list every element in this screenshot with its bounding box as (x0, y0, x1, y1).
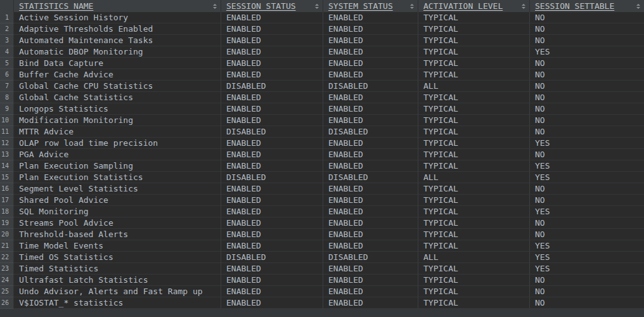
row-number[interactable]: 22 (0, 252, 14, 263)
cell-activation_level[interactable]: TYPICAL (418, 46, 530, 58)
row-number[interactable]: 12 (0, 138, 14, 149)
cell-session_settable[interactable]: NO (530, 183, 644, 195)
cell-activation_level[interactable]: TYPICAL (418, 58, 530, 69)
cell-system_status[interactable]: ENABLED (323, 195, 418, 206)
row-number[interactable]: 14 (0, 160, 14, 172)
row-number[interactable]: 7 (0, 81, 14, 92)
cell-statistics_name[interactable]: MTTR Advice (14, 126, 221, 138)
row-number[interactable]: 5 (0, 58, 14, 69)
cell-statistics_name[interactable]: Segment Level Statistics (14, 183, 221, 195)
cell-system_status[interactable]: DISABLED (323, 252, 418, 263)
cell-session_settable[interactable]: NO (530, 12, 644, 23)
cell-statistics_name[interactable]: Modification Monitoring (14, 115, 221, 126)
row-number[interactable]: 10 (0, 115, 14, 126)
cell-activation_level[interactable]: TYPICAL (418, 240, 530, 252)
cell-system_status[interactable]: ENABLED (323, 206, 418, 217)
cell-activation_level[interactable]: TYPICAL (418, 286, 530, 297)
cell-system_status[interactable]: ENABLED (323, 149, 418, 160)
cell-session_status[interactable]: DISABLED (221, 126, 323, 138)
cell-session_status[interactable]: ENABLED (221, 12, 323, 23)
row-number[interactable]: 3 (0, 35, 14, 46)
cell-system_status[interactable]: ENABLED (323, 103, 418, 115)
cell-system_status[interactable]: ENABLED (323, 35, 418, 46)
row-number[interactable]: 19 (0, 217, 14, 229)
cell-activation_level[interactable]: ALL (418, 81, 530, 92)
cell-system_status[interactable]: ENABLED (323, 297, 418, 309)
cell-session_status[interactable]: ENABLED (221, 160, 323, 172)
cell-session_settable[interactable]: NO (530, 58, 644, 69)
row-number[interactable]: 16 (0, 183, 14, 195)
cell-system_status[interactable]: ENABLED (323, 92, 418, 103)
cell-session_settable[interactable]: NO (530, 81, 644, 92)
cell-statistics_name[interactable]: Plan Execution Statistics (14, 172, 221, 183)
row-number[interactable]: 26 (0, 297, 14, 309)
row-number[interactable]: 25 (0, 286, 14, 297)
cell-session_status[interactable]: ENABLED (221, 92, 323, 103)
cell-session_status[interactable]: ENABLED (221, 115, 323, 126)
cell-session_status[interactable]: ENABLED (221, 217, 323, 229)
cell-activation_level[interactable]: TYPICAL (418, 160, 530, 172)
row-number[interactable]: 23 (0, 263, 14, 275)
row-number[interactable]: 13 (0, 149, 14, 160)
cell-session_status[interactable]: ENABLED (221, 69, 323, 81)
cell-session_settable[interactable]: NO (530, 297, 644, 309)
cell-session_settable[interactable]: NO (530, 217, 644, 229)
cell-session_settable[interactable]: NO (530, 149, 644, 160)
cell-session_status[interactable]: ENABLED (221, 46, 323, 58)
row-number[interactable]: 20 (0, 229, 14, 240)
cell-activation_level[interactable]: TYPICAL (418, 92, 530, 103)
row-number[interactable]: 18 (0, 206, 14, 217)
cell-system_status[interactable]: ENABLED (323, 46, 418, 58)
cell-system_status[interactable]: ENABLED (323, 286, 418, 297)
cell-activation_level[interactable]: TYPICAL (418, 195, 530, 206)
cell-activation_level[interactable]: TYPICAL (418, 297, 530, 309)
cell-system_status[interactable]: ENABLED (323, 240, 418, 252)
row-number[interactable]: 15 (0, 172, 14, 183)
cell-activation_level[interactable]: TYPICAL (418, 275, 530, 286)
cell-session_settable[interactable]: NO (530, 275, 644, 286)
cell-system_status[interactable]: DISABLED (323, 81, 418, 92)
cell-statistics_name[interactable]: Undo Advisor, Alerts and Fast Ramp up (14, 286, 221, 297)
cell-system_status[interactable]: ENABLED (323, 217, 418, 229)
row-number[interactable]: 2 (0, 23, 14, 35)
cell-statistics_name[interactable]: Automated Maintenance Tasks (14, 35, 221, 46)
cell-activation_level[interactable]: TYPICAL (418, 138, 530, 149)
cell-system_status[interactable]: ENABLED (323, 275, 418, 286)
cell-statistics_name[interactable]: Buffer Cache Advice (14, 69, 221, 81)
cell-session_settable[interactable]: YES (530, 206, 644, 217)
cell-session_settable[interactable]: NO (530, 103, 644, 115)
cell-statistics_name[interactable]: Adaptive Thresholds Enabled (14, 23, 221, 35)
row-number[interactable]: 21 (0, 240, 14, 252)
cell-session_status[interactable]: ENABLED (221, 297, 323, 309)
cell-session_status[interactable]: DISABLED (221, 81, 323, 92)
cell-session_settable[interactable]: NO (530, 229, 644, 240)
cell-activation_level[interactable]: TYPICAL (418, 115, 530, 126)
cell-system_status[interactable]: ENABLED (323, 183, 418, 195)
cell-session_status[interactable]: ENABLED (221, 183, 323, 195)
cell-statistics_name[interactable]: Ultrafast Latch Statistics (14, 275, 221, 286)
cell-session_status[interactable]: ENABLED (221, 138, 323, 149)
cell-session_status[interactable]: ENABLED (221, 58, 323, 69)
row-number[interactable]: 11 (0, 126, 14, 138)
cell-session_settable[interactable]: NO (530, 69, 644, 81)
row-number[interactable]: 4 (0, 46, 14, 58)
cell-session_settable[interactable]: NO (530, 115, 644, 126)
cell-activation_level[interactable]: TYPICAL (418, 263, 530, 275)
cell-system_status[interactable]: DISABLED (323, 126, 418, 138)
cell-session_settable[interactable]: NO (530, 195, 644, 206)
cell-session_status[interactable]: ENABLED (221, 23, 323, 35)
cell-activation_level[interactable]: TYPICAL (418, 206, 530, 217)
cell-activation_level[interactable]: TYPICAL (418, 149, 530, 160)
cell-activation_level[interactable]: TYPICAL (418, 69, 530, 81)
cell-statistics_name[interactable]: PGA Advice (14, 149, 221, 160)
cell-statistics_name[interactable]: Plan Execution Sampling (14, 160, 221, 172)
cell-statistics_name[interactable]: Global Cache CPU Statistics (14, 81, 221, 92)
cell-statistics_name[interactable]: V$IOSTAT_* statistics (14, 297, 221, 309)
cell-session_settable[interactable]: YES (530, 240, 644, 252)
cell-session_settable[interactable]: YES (530, 172, 644, 183)
cell-session_settable[interactable]: YES (530, 252, 644, 263)
cell-statistics_name[interactable]: SQL Monitoring (14, 206, 221, 217)
cell-session_status[interactable]: ENABLED (221, 275, 323, 286)
column-header-activation-level[interactable]: ACTIVATION_LEVEL (418, 0, 530, 12)
column-header-statistics-name[interactable]: STATISTICS_NAME (14, 0, 221, 12)
